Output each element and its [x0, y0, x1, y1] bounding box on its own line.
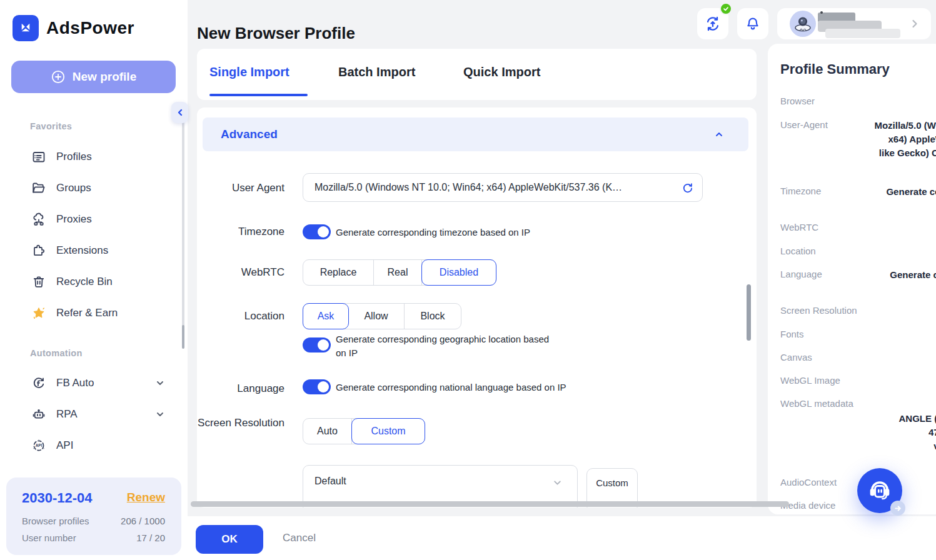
summary-language-label: Language [780, 269, 822, 279]
location-option-allow[interactable]: Allow [348, 304, 405, 329]
advanced-section-header[interactable]: Advanced [203, 118, 748, 151]
webrtc-label: WebRTC [197, 264, 284, 280]
sidebar-item-refer-earn[interactable]: Refer & Earn [23, 301, 179, 326]
support-arrow-icon[interactable] [890, 501, 905, 516]
sidebar-item-rpa[interactable]: RPA [23, 402, 179, 427]
horizontal-scrollbar[interactable] [191, 501, 789, 507]
chevron-down-icon [553, 478, 562, 488]
summary-webgl-metadata-label: WebGL metadata [780, 398, 853, 409]
webrtc-segmented-control: Replace Real Disabled [303, 259, 496, 286]
location-toggle-text: Generate corresponding geographic locati… [336, 332, 598, 360]
new-profile-button[interactable]: New profile [11, 61, 176, 93]
location-option-block[interactable]: Block [405, 304, 461, 329]
sidebar-item-groups[interactable]: Groups [23, 176, 179, 201]
tab-single-import[interactable]: Single Import [209, 65, 289, 79]
import-tabs-card: Single Import Batch Import Quick Import [197, 49, 757, 100]
new-profile-label: New profile [73, 70, 136, 84]
notifications-button[interactable] [737, 8, 768, 39]
location-segmented-control: Ask Allow Block [303, 303, 461, 329]
form-scrollbar-thumb[interactable] [747, 284, 751, 341]
cancel-button[interactable]: Cancel [283, 532, 316, 544]
rpa-icon [31, 407, 46, 422]
ok-button[interactable]: OK [196, 525, 263, 554]
webrtc-option-real[interactable]: Real [374, 260, 422, 285]
sidebar-item-extensions[interactable]: Extensions [23, 238, 179, 263]
screen-resolution-label: Screen Resolution [197, 415, 284, 431]
webrtc-option-disabled[interactable]: Disabled [421, 259, 496, 286]
username-redacted [825, 29, 900, 38]
language-toggle-text: Generate corresponding national language… [336, 381, 566, 394]
user-agent-input[interactable]: Mozilla/5.0 (Windows NT 10.0; Win64; x64… [303, 173, 703, 202]
star-icon [31, 306, 46, 321]
sidebar-item-label: Extensions [56, 244, 108, 257]
screen-resolution-segmented-control: Auto Custom [303, 418, 425, 444]
summary-screen-resolution-label: Screen Resolution [780, 305, 857, 316]
summary-location-label: Location [780, 246, 816, 256]
refresh-icon[interactable] [681, 181, 694, 194]
sidebar-item-fb-auto[interactable]: FB Auto [23, 371, 179, 396]
bell-icon [745, 16, 761, 32]
sidebar-item-recycle-bin[interactable]: Recycle Bin [23, 269, 179, 294]
summary-timezone-value: Generate cor [841, 185, 936, 199]
sidebar-item-label: API [56, 439, 73, 452]
sidebar-item-profiles[interactable]: Profiles [23, 144, 179, 169]
user-agent-label: User Agent [197, 180, 284, 196]
summary-webrtc-label: WebRTC [780, 222, 818, 232]
chevron-down-icon [155, 409, 165, 419]
sidebar-item-label: Groups [56, 182, 91, 194]
sync-icon [704, 15, 722, 32]
sidebar-item-proxies[interactable]: Proxies [23, 207, 179, 232]
sidebar-item-api[interactable]: API API [23, 433, 179, 458]
timezone-toggle[interactable] [303, 224, 331, 239]
tab-batch-import[interactable]: Batch Import [338, 65, 415, 79]
location-option-ask[interactable]: Ask [303, 303, 349, 329]
sidebar-scrollbar-thumb[interactable] [182, 325, 184, 349]
resolution-select-value: Default [315, 476, 346, 487]
plus-icon [51, 69, 66, 84]
summary-webgl-metadata-value: ANGLE (A 470 vs [841, 412, 936, 453]
renew-link[interactable]: Renew [127, 491, 165, 504]
profile-summary-panel: Profile Summary Browser User-Agent Mozil… [768, 44, 936, 514]
location-toggle[interactable] [303, 338, 331, 352]
sync-ok-badge-icon [720, 2, 732, 15]
summary-user-agent-label: User-Agent [780, 119, 828, 130]
extensions-icon [31, 243, 46, 258]
profiles-icon [31, 149, 46, 164]
timezone-label: Timezone [197, 224, 284, 239]
summary-user-agent-value: Mozilla/5.0 (Win x64) AppleW like Gecko)… [841, 119, 936, 160]
timezone-toggle-text: Generate corresponding timezone based on… [336, 226, 530, 239]
summary-browser-label: Browser [780, 96, 815, 106]
sidebar-item-label: RPA [56, 408, 78, 421]
summary-fonts-label: Fonts [780, 329, 804, 339]
api-icon: API [31, 438, 46, 453]
tab-quick-import[interactable]: Quick Import [463, 65, 540, 79]
sidebar-item-label: Recycle Bin [56, 276, 113, 288]
location-label: Location [197, 308, 284, 324]
sidebar-item-label: FB Auto [56, 377, 94, 389]
sidebar-collapse-button[interactable] [171, 102, 188, 123]
automation-section-label: Automation [30, 348, 83, 358]
user-agent-value: Mozilla/5.0 (Windows NT 10.0; Win64; x64… [315, 182, 674, 193]
summary-timezone-label: Timezone [780, 186, 821, 196]
adspower-app: AdsPower New profile Favorites Profiles … [0, 0, 936, 560]
resolution-option-auto[interactable]: Auto [303, 419, 352, 444]
sidebar-item-label: Refer & Earn [56, 307, 118, 319]
profile-summary-title: Profile Summary [780, 61, 890, 78]
webrtc-option-replace[interactable]: Replace [303, 260, 374, 285]
language-toggle[interactable] [303, 379, 331, 394]
summary-webgl-image-label: WebGL Image [780, 375, 840, 386]
subscription-card: 2030-12-04 Renew Browser profiles 206 / … [6, 478, 181, 555]
account-menu[interactable] [777, 8, 931, 39]
summary-language-value: Generate co I [841, 268, 936, 296]
user-number-label: User number [22, 532, 76, 543]
username-dot [820, 11, 823, 14]
language-label: Language [197, 381, 284, 396]
sidebar-scrollbar-track[interactable] [182, 118, 184, 348]
adspower-logo-icon [13, 15, 39, 41]
browser-profiles-count: 206 / 1000 [121, 516, 165, 526]
page-title: New Browser Profile [197, 24, 355, 43]
single-import-form: Advanced User Agent Mozilla/5.0 (Windows… [197, 108, 757, 508]
resolution-option-custom[interactable]: Custom [351, 418, 425, 444]
svg-text:API: API [36, 443, 43, 448]
avatar [790, 11, 816, 37]
